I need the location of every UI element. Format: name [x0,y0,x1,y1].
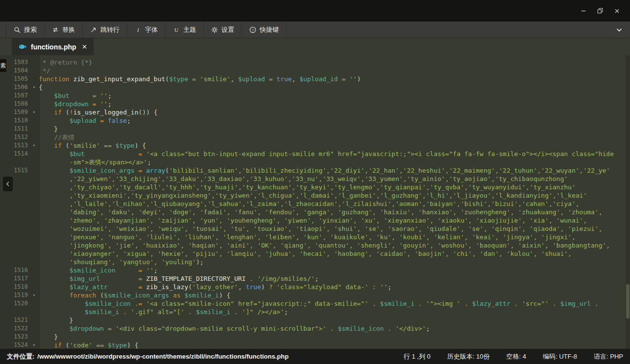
code-line-text[interactable]: //表情 [39,133,630,141]
line-number[interactable] [0,216,29,225]
line-number[interactable]: 1510 [0,116,29,125]
close-button[interactable] [608,4,625,17]
code-line-text[interactable]: $dropdown = ''; [39,100,630,108]
fold-arrow-icon[interactable]: ▾ [29,141,39,150]
code-line-text[interactable]: ,'ty_chiyao','ty_dacall','ty_hhh','ty_hu… [39,183,630,191]
line-number[interactable]: 1520 [0,299,29,308]
line-number[interactable] [0,250,29,258]
maximize-button[interactable] [592,4,608,17]
collapsed-panel-tab[interactable]: 素 [0,59,6,72]
line-number[interactable] [0,158,29,166]
code-line-text[interactable]: $lazy_attr = zib_is_lazy('lazy_other', t… [39,283,630,291]
goto-line-button[interactable]: 跳转行 [83,22,127,38]
line-number[interactable] [0,225,29,233]
code-line-text[interactable]: $smilie_icon_args = array('bilibili_sanl… [39,166,630,175]
line-number[interactable]: 1512 [0,133,29,141]
line-number[interactable]: 1514 [0,150,29,158]
code-line-text[interactable]: $upload = false; [39,116,630,125]
line-number[interactable]: 1513 [0,141,29,150]
code-line-text[interactable]: $smilie_i . '.gif" alt="[' . $smilie_i .… [39,308,630,316]
code-line-text[interactable]: $img_url = ZIB_TEMPLATE_DIRECTORY_URI . … [39,274,630,283]
code-line-text[interactable]: ,'ty_xiaomieni','ty_yinyangxiansheng','t… [39,191,630,200]
line-number[interactable]: 1523 [0,333,29,341]
line-number[interactable] [0,241,29,250]
code-line-text[interactable]: function zib_get_input_expand_but($type … [39,75,630,83]
fold-gutter [29,216,39,225]
code-line-text[interactable]: 'dabing', 'daku', 'deyi', 'doge', 'fadai… [39,208,630,216]
line-number[interactable]: 1515 [0,166,29,175]
line-number[interactable]: 1517 [0,274,29,283]
code-line-text[interactable]: 'wozuimei', 'weixiao', 'weiqu', 'tuosai'… [39,225,630,233]
code-line-text[interactable]: foreach ($smilie_icon_args as $smilie_i)… [39,291,630,299]
code-line-text[interactable]: } [39,125,630,133]
search-button[interactable]: 搜索 [6,22,45,38]
code-line-text[interactable]: 'zhemo', 'zhayanjian', 'zaijian', 'yun',… [39,216,630,225]
fold-arrow-icon[interactable]: ▾ [29,108,39,116]
code-line-text[interactable]: 'jingkong', 'jie', 'huaixiao', 'haqian',… [39,241,630,250]
code-line-text[interactable]: 'penxue', 'nanguo', 'liulei', 'liuhan', … [39,233,630,241]
shortcuts-button[interactable]: ?快捷键 [242,22,287,38]
code-line-text[interactable]: { [39,83,630,91]
status-spaces[interactable]: 空格: 4 [507,352,526,361]
code-line-text[interactable]: -sm">表情</span></a>'; [39,158,630,166]
line-number[interactable]: 1522 [0,324,29,333]
tab-functions.php[interactable]: functions.php [12,38,94,55]
code-token: ; [154,267,158,274]
code-token: = [139,275,146,282]
line-number[interactable]: 1521 [0,316,29,324]
line-number[interactable] [0,258,29,266]
line-number[interactable] [0,200,29,208]
code-line-text[interactable]: ,'22_yiwen','33_chijing','33_daku','33_d… [39,175,630,183]
line-number[interactable] [0,208,29,216]
panel-collapse-handle[interactable] [3,177,13,191]
code-line-text[interactable]: * @return {*} [39,58,630,67]
line-number[interactable]: 1518 [0,283,29,291]
line-number[interactable]: 1505 [0,75,29,83]
code-line-text[interactable]: ,'l_laile','l_nihao','l_qiubaoyang','l_s… [39,200,630,208]
scrollbar-thumb[interactable] [626,284,630,318]
code-line-text[interactable]: 'shouqiang', 'yangtuo', 'youling'); [39,258,630,266]
font-button[interactable]: I字体 [127,22,166,38]
code-line-text[interactable]: } [39,316,630,324]
code-row: 1512 //表情 [0,133,630,141]
status-language[interactable]: 语言: PHP [594,352,623,361]
code-line-text[interactable]: } [39,333,630,341]
replace-button[interactable]: 替换 [45,22,83,38]
line-number[interactable]: 1508 [0,100,29,108]
vertical-scrollbar[interactable] [626,55,630,349]
line-number[interactable]: 1509 [0,108,29,116]
code-token [39,100,54,108]
code-line-text[interactable]: */ [39,67,630,75]
code-line-text[interactable]: $smilie_icon = ''; [39,266,630,274]
toolbar-expand-button[interactable] [612,22,626,38]
tab-close-button[interactable] [82,44,87,49]
theme-button[interactable]: U主题 [166,22,204,38]
code-editor[interactable]: 素 1503 * @return {*}1504 */1505function … [0,55,630,349]
code-line-text[interactable]: $dropdown = '<div class="dropdown-smilie… [39,324,630,333]
code-line-text[interactable]: if ('smilie' == $type) { [39,141,630,150]
code-line-text[interactable]: if (!is_user_logged_in()) { [39,108,630,116]
line-number[interactable]: 1519 [0,291,29,299]
line-number[interactable]: 1511 [0,125,29,133]
status-history-versions[interactable]: 历史版本: 10份 [447,352,490,361]
code-line-text[interactable]: if ('code' == $type) { [39,341,630,349]
line-number[interactable] [0,191,29,200]
code-token: ); [196,258,204,266]
settings-button[interactable]: 设置 [204,22,242,38]
line-number[interactable]: 1506 [0,83,29,91]
fold-arrow-icon[interactable]: ▾ [29,341,39,349]
line-number[interactable]: 1507 [0,91,29,100]
code-line-text[interactable]: $smilie_icon .= '<a class="smilie-icon" … [39,299,630,308]
code-line-text[interactable]: 'xiaoyanger', 'xigua', 'hexie', 'pijiu',… [39,250,630,258]
line-number[interactable]: 1524 [0,341,29,349]
line-number[interactable] [0,233,29,241]
minimize-button[interactable] [575,4,592,17]
fold-arrow-icon[interactable]: ▾ [29,291,39,299]
code-line-text[interactable]: $but = ''; [39,91,630,100]
fold-arrow-icon[interactable]: ▾ [29,83,39,91]
line-number[interactable]: 1516 [0,266,29,274]
line-number[interactable] [0,308,29,316]
code-token: . [460,300,472,307]
status-encoding[interactable]: 编码: UTF-8 [543,352,577,361]
code-line-text[interactable]: $but = '<a class="but btn-input-expand i… [39,150,630,158]
